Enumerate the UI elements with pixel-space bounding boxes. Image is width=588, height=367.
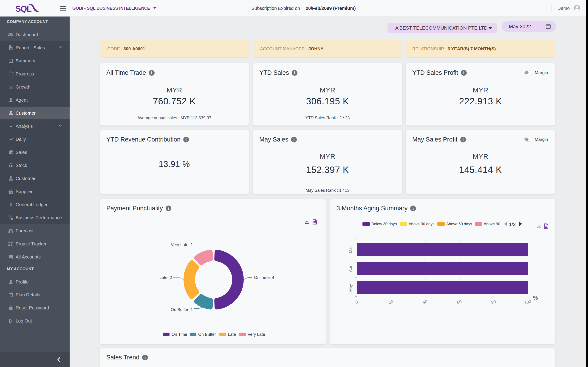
svg-text:100: 100: [524, 299, 532, 305]
svg-text:Apr: Apr: [348, 266, 353, 272]
svg-text:40: 40: [422, 299, 428, 305]
svg-text:%: %: [533, 295, 538, 301]
svg-text:Mar: Mar: [348, 246, 353, 253]
svg-text:May: May: [348, 284, 353, 292]
svg-text:60: 60: [456, 299, 462, 305]
svg-text:SQL: SQL: [16, 4, 32, 13]
svg-text:80: 80: [491, 299, 496, 305]
svg-text:20: 20: [388, 299, 393, 305]
svg-text:0: 0: [355, 300, 358, 305]
